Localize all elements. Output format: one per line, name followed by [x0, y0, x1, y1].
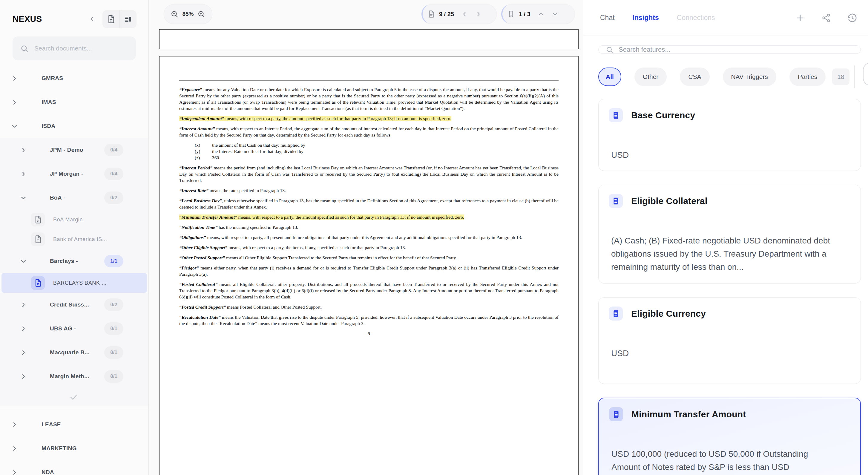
chevron-right-icon: [20, 349, 27, 356]
tree-group-label: ISDA: [41, 123, 56, 129]
tree-group-macquarie-b[interactable]: Macquarie B...0/1: [0, 340, 149, 364]
document-search-input[interactable]: [34, 45, 128, 52]
tree-check-row[interactable]: [0, 388, 149, 406]
progress-badge: 0/4: [104, 168, 123, 180]
tree-group-label: IMAS: [41, 99, 56, 106]
defined-term: “Interest Period”: [179, 165, 212, 170]
feature-cards: Base CurrencyUSDEligible Collateral(A) C…: [598, 99, 861, 475]
definition-paragraph: “Pledgor” means either party, when that …: [179, 265, 559, 277]
document-search-box[interactable]: [12, 36, 136, 60]
document-rule: [179, 80, 559, 81]
tree-group-isda[interactable]: ISDA: [0, 114, 149, 138]
sublist-item: (y)the Interest Rate in effect for that …: [195, 148, 559, 154]
previous-bookmark-button[interactable]: [537, 10, 545, 18]
card-value: USD 100,000 (reduced to USD 50,000 if Ou…: [609, 447, 832, 474]
definition-paragraph: “Interest Period” means the period from …: [179, 165, 559, 183]
card-header: Minimum Transfer Amount: [609, 407, 850, 421]
tree-document-bank-of-america-is[interactable]: Bank of America IS...: [0, 230, 149, 249]
feature-doc-icon: [609, 306, 623, 321]
tree-group-ubs-ag[interactable]: UBS AG -0/1: [0, 317, 149, 340]
card-value: USD: [609, 148, 831, 161]
tree-group-credit-suiss[interactable]: Credit Suiss...0/2: [0, 293, 149, 317]
card-header: Eligible Currency: [609, 306, 850, 321]
sublist-item: (z)360.: [195, 154, 559, 161]
sublist-text: the amount of that Cash on that day; mul…: [212, 142, 305, 148]
next-page-button[interactable]: [475, 10, 482, 18]
tree-group-jp-morgan[interactable]: JP Morgan -0/4: [0, 162, 149, 186]
zoom-out-icon[interactable]: [170, 10, 179, 18]
tree-document-boa-margin[interactable]: BoA Margin: [0, 210, 149, 230]
feature-card-eligible-currency[interactable]: Eligible CurrencyUSD: [598, 297, 861, 384]
tree-group-label: NDA: [41, 469, 54, 475]
definition-paragraph: “Notification Time” has the meaning spec…: [179, 224, 559, 230]
sublist-text: the Interest Rate in effect for that day…: [212, 148, 304, 154]
chevron-right-icon: [20, 373, 27, 380]
feature-card-eligible-collateral[interactable]: Eligible Collateral(A) Cash; (B) Fixed-r…: [598, 185, 861, 284]
chevron-right-icon: [20, 170, 27, 178]
definition-paragraph: “Interest Amount” means, with respect to…: [179, 125, 559, 138]
chevron-right-icon: [11, 469, 18, 475]
collapse-sidebar-button[interactable]: [88, 15, 96, 23]
definition-paragraph: “Other Posted Support” means all Other E…: [179, 255, 559, 261]
definition-paragraph: “Obligations” means, with respect to a p…: [179, 234, 559, 240]
previous-page-button[interactable]: [461, 10, 468, 18]
tree-document-barclays-bank[interactable]: BARCLAYS BANK ...: [1, 273, 147, 293]
history-icon[interactable]: [847, 13, 857, 23]
tree-group-marketing[interactable]: MARKETING: [0, 437, 149, 461]
toggle-visibility-button[interactable]: [863, 62, 868, 86]
document-view-button[interactable]: [102, 10, 120, 28]
tab-chat[interactable]: Chat: [600, 14, 615, 22]
split-view-button[interactable]: [120, 10, 136, 28]
card-title: Eligible Currency: [631, 308, 706, 319]
tree-group-label: MARKETING: [41, 445, 77, 452]
progress-badge: 0/2: [104, 191, 123, 204]
file-icon: [31, 276, 45, 290]
share-icon[interactable]: [822, 13, 831, 23]
document-label: BoA Margin: [53, 216, 83, 223]
defined-term: “Recalculation Date”: [179, 315, 221, 320]
tree-group-boa[interactable]: BoA -0/2: [0, 186, 149, 210]
tree-group-barclays[interactable]: Barclays -1/1: [0, 249, 149, 273]
document-text: “Exposure” means for any Valuation Date …: [179, 86, 559, 337]
defined-term: “Notification Time”: [179, 225, 217, 230]
chevron-right-icon: [20, 146, 27, 154]
definition-paragraph: “Recalculation Date” means the Valuation…: [179, 314, 559, 327]
search-icon: [606, 46, 613, 54]
defined-term: “Minimum Transfer Amount”: [179, 214, 237, 219]
defined-term: “Interest Rate”: [179, 188, 209, 193]
definition-paragraph: “Posted Credit Support” means Posted Col…: [179, 304, 559, 310]
sidebar: NEXUS GMRASIMASISDAJPM - Demo0/4JP Morga…: [0, 0, 149, 475]
feature-card-base-currency[interactable]: Base CurrencyUSD: [598, 99, 861, 171]
tree-group-label: GMRAS: [41, 75, 63, 82]
feature-search-box[interactable]: [598, 46, 861, 54]
sublist-text: 360.: [212, 154, 220, 161]
feature-search-input[interactable]: [619, 46, 854, 54]
next-bookmark-button[interactable]: [551, 10, 559, 18]
tree-group-label: Macquarie B...: [50, 349, 90, 356]
tree-group-margin-meth[interactable]: Margin Meth...0/1: [0, 364, 149, 388]
add-icon[interactable]: [795, 13, 805, 23]
sublist-label: (y): [195, 148, 212, 154]
filter-chip-parties[interactable]: Parties: [789, 67, 826, 86]
chevron-right-icon: [11, 75, 18, 82]
tab-connections[interactable]: Connections: [677, 14, 715, 22]
pdf-page: “Exposure” means for any Valuation Date …: [159, 56, 579, 475]
tab-insights[interactable]: Insights: [632, 14, 659, 22]
card-header: Eligible Collateral: [609, 194, 850, 208]
tree-group-lease[interactable]: LEASE: [0, 413, 149, 437]
filter-chip-other[interactable]: Other: [634, 67, 667, 86]
tree-group-gmras[interactable]: GMRAS: [0, 66, 149, 90]
feature-doc-icon: [609, 108, 623, 122]
bookmark-navigation-pill: 1 / 3: [501, 4, 575, 24]
tree-group-nda[interactable]: NDA: [0, 461, 149, 475]
tree-group-imas[interactable]: IMAS: [0, 90, 149, 114]
filter-chip-all[interactable]: All: [598, 67, 621, 86]
tree-group-jpm-demo[interactable]: JPM - Demo0/4: [0, 138, 149, 162]
definition-paragraph: “Other Eligible Support” means, with res…: [179, 244, 559, 250]
card-value: (A) Cash; (B) Fixed-rate negotiable USD …: [609, 234, 831, 274]
filter-chip-nav-triggers[interactable]: NAV Triggers: [723, 67, 776, 86]
defined-term: “Other Posted Support”: [179, 255, 225, 260]
filter-chip-csa[interactable]: CSA: [680, 67, 709, 86]
zoom-in-icon[interactable]: [197, 10, 206, 18]
feature-card-minimum-transfer-amount[interactable]: Minimum Transfer AmountUSD 100,000 (redu…: [598, 397, 861, 475]
